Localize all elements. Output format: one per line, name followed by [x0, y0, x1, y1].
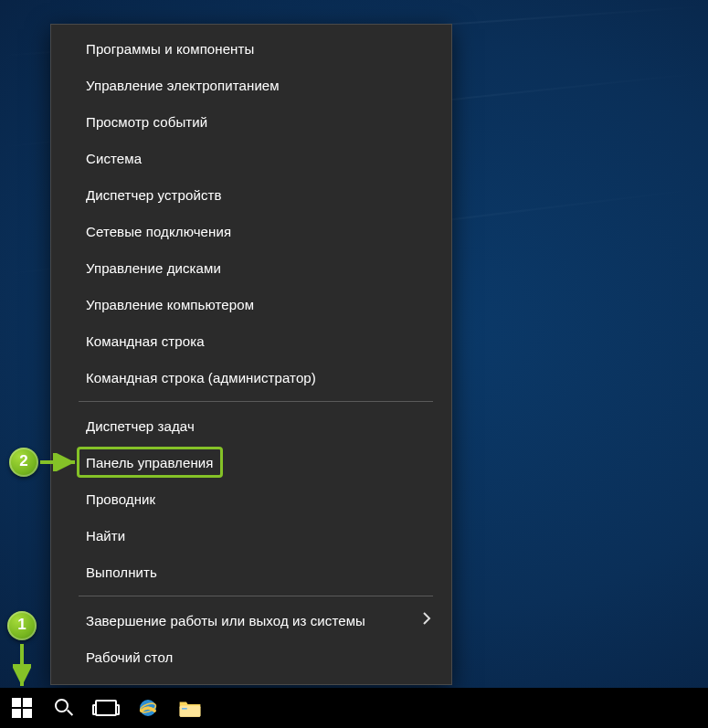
- menu-item-search[interactable]: Найти: [51, 517, 451, 554]
- menu-item-device-manager[interactable]: Диспетчер устройств: [51, 176, 451, 213]
- file-explorer-icon: [178, 698, 202, 718]
- winx-power-menu: Программы и компоненты Управление электр…: [50, 24, 452, 685]
- menu-item-label: Командная строка: [86, 333, 205, 349]
- menu-item-command-prompt[interactable]: Командная строка: [51, 322, 451, 359]
- menu-item-label: Система: [86, 151, 142, 166]
- taskbar: [0, 688, 708, 728]
- menu-item-system[interactable]: Система: [51, 140, 451, 176]
- task-view-icon: [95, 700, 117, 716]
- menu-item-label: Просмотр событий: [86, 114, 207, 130]
- menu-item-label: Управление электропитанием: [86, 78, 280, 93]
- menu-item-label: Рабочий стол: [86, 649, 173, 665]
- menu-item-task-manager[interactable]: Диспетчер задач: [51, 407, 451, 444]
- menu-item-label: Выполнить: [86, 564, 157, 580]
- menu-item-computer-management[interactable]: Управление компьютером: [51, 286, 451, 322]
- task-view-button[interactable]: [93, 695, 119, 721]
- tutorial-callout-1: 1: [7, 611, 37, 640]
- taskbar-app-file-explorer[interactable]: [177, 695, 203, 721]
- taskbar-search-button[interactable]: [51, 695, 77, 721]
- svg-rect-5: [182, 708, 187, 710]
- menu-item-label: Найти: [86, 528, 125, 543]
- menu-item-label: Управление компьютером: [86, 297, 254, 312]
- search-icon: [54, 698, 74, 718]
- callout-number: 1: [17, 616, 26, 634]
- menu-item-label: Сетевые подключения: [86, 224, 231, 239]
- menu-item-label: Диспетчер устройств: [86, 187, 222, 203]
- menu-item-shutdown-signout[interactable]: Завершение работы или выход из системы: [51, 602, 451, 638]
- menu-item-label: Командная строка (администратор): [86, 370, 316, 385]
- start-button[interactable]: [9, 695, 35, 721]
- internet-explorer-icon: [136, 696, 160, 720]
- menu-item-label: Управление дисками: [86, 260, 221, 276]
- callout-number: 2: [19, 452, 27, 470]
- menu-item-label: Панель управления: [86, 455, 214, 470]
- taskbar-app-internet-explorer[interactable]: [135, 695, 161, 721]
- chevron-right-icon: [422, 611, 431, 630]
- menu-separator: [79, 401, 433, 402]
- menu-item-network-connections[interactable]: Сетевые подключения: [51, 213, 451, 249]
- menu-item-file-explorer[interactable]: Проводник: [51, 480, 451, 517]
- menu-item-label: Программы и компоненты: [86, 41, 254, 57]
- menu-item-command-prompt-admin[interactable]: Командная строка (администратор): [51, 359, 451, 396]
- menu-item-run[interactable]: Выполнить: [51, 554, 451, 590]
- windows-logo-icon: [12, 698, 32, 718]
- tutorial-callout-2: 2: [9, 448, 38, 477]
- menu-item-programs-and-features[interactable]: Программы и компоненты: [51, 30, 451, 67]
- menu-item-label: Диспетчер задач: [86, 418, 195, 434]
- tutorial-arrow-1: [13, 640, 31, 695]
- menu-item-desktop[interactable]: Рабочий стол: [51, 638, 451, 675]
- menu-item-disk-management[interactable]: Управление дисками: [51, 249, 451, 286]
- menu-item-label: Проводник: [86, 491, 155, 507]
- menu-item-event-viewer[interactable]: Просмотр событий: [51, 103, 451, 140]
- menu-item-label: Завершение работы или выход из системы: [86, 613, 365, 628]
- svg-rect-4: [180, 706, 201, 717]
- menu-item-power-options[interactable]: Управление электропитанием: [51, 67, 451, 103]
- menu-item-control-panel[interactable]: Панель управления: [51, 444, 451, 480]
- menu-separator: [79, 596, 433, 596]
